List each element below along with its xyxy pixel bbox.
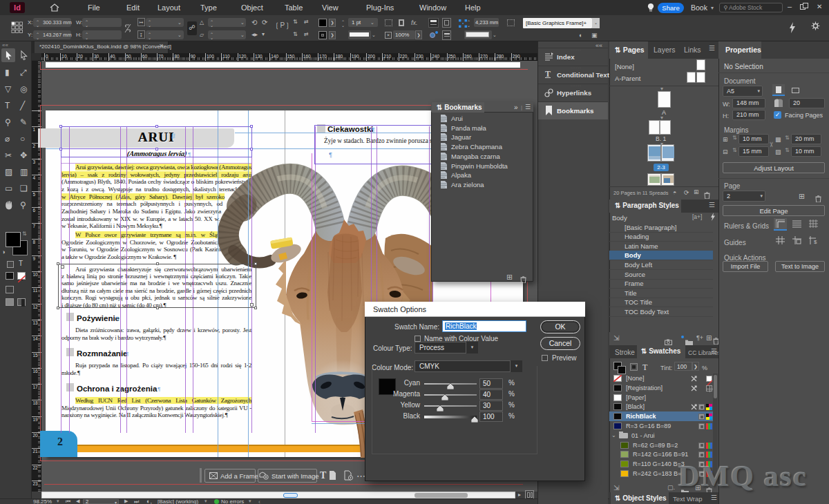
- svg-text:$: $: [814, 239, 817, 244]
